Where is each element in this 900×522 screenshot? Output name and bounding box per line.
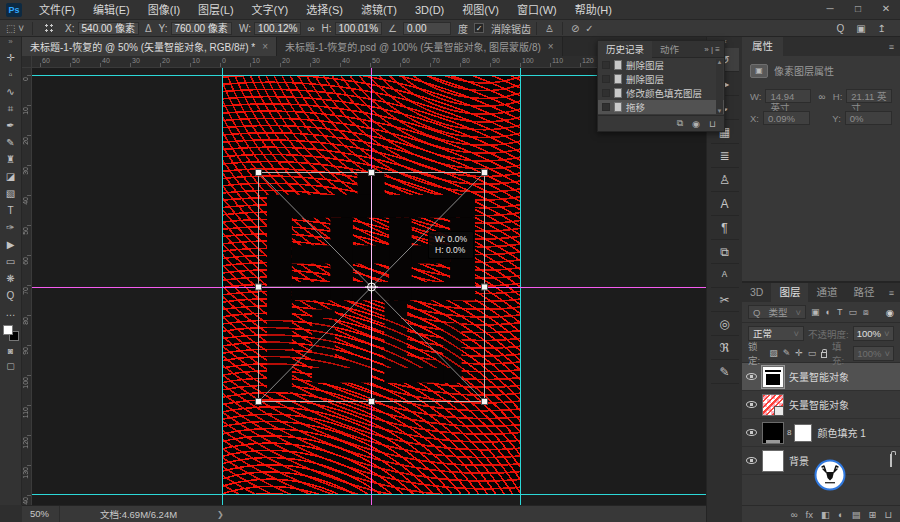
- menu-item[interactable]: 帮助(H): [566, 0, 621, 20]
- shape-tool[interactable]: ▭: [1, 253, 21, 270]
- history-source-checkbox[interactable]: [602, 89, 610, 97]
- path-select-tool[interactable]: ▶: [1, 236, 21, 253]
- gradient-tool[interactable]: ▧: [1, 185, 21, 202]
- crop-tool[interactable]: ⌗: [1, 100, 21, 117]
- toolbar-collapse-icon[interactable]: »: [8, 37, 12, 49]
- clone-stamp-tool[interactable]: ♜: [1, 151, 21, 168]
- brush-tool[interactable]: ✎: [1, 134, 21, 151]
- close-button[interactable]: ✕: [872, 0, 900, 19]
- tool-preset-icon[interactable]: ⬚ ˅: [6, 23, 24, 34]
- status-options-chevron[interactable]: ❯: [187, 510, 224, 519]
- history-state[interactable]: 修改颜色填充图层: [598, 86, 724, 100]
- layer-row[interactable]: 8颜色填充 1: [742, 419, 900, 447]
- menu-item[interactable]: 滤镜(T): [352, 0, 406, 20]
- filter-shape-layers-icon[interactable]: ▭: [848, 307, 857, 318]
- filter-pixel-layers-icon[interactable]: ▣: [811, 307, 820, 318]
- tab-3D[interactable]: 3D: [742, 283, 771, 302]
- reference-point-selector[interactable]: [44, 23, 55, 34]
- commit-transform-button[interactable]: ✓: [585, 23, 593, 34]
- menu-item[interactable]: 编辑(E): [84, 0, 139, 20]
- filter-smart-objects-icon[interactable]: ⧈: [863, 307, 869, 318]
- new-adjustment-layer-icon[interactable]: ◐: [838, 509, 844, 520]
- antialias-checkbox[interactable]: ✓: [474, 23, 484, 33]
- screen-mode-icon[interactable]: ▢: [6, 361, 15, 371]
- free-transform-box[interactable]: [252, 166, 490, 407]
- history-scrollbar[interactable]: ▲▼: [716, 59, 723, 114]
- layer-row[interactable]: 矢量智能对象: [742, 363, 900, 391]
- angle-field[interactable]: 0.00: [403, 22, 451, 35]
- menu-item[interactable]: 文字(Y): [243, 0, 298, 20]
- glyphs-panel-icon[interactable]: ℜ: [711, 336, 739, 360]
- layer-row[interactable]: 矢量智能对象: [742, 391, 900, 419]
- marquee-tool[interactable]: ▫: [1, 66, 21, 83]
- new-snapshot-icon[interactable]: ◉: [692, 119, 700, 129]
- menu-item[interactable]: 选择(S): [297, 0, 352, 20]
- tab-actions[interactable]: 动作: [652, 41, 687, 58]
- menu-item[interactable]: 图层(L): [189, 0, 242, 20]
- layer-visibility-eye-icon[interactable]: [746, 373, 757, 380]
- hand-tool[interactable]: ❋: [1, 270, 21, 287]
- more-tools[interactable]: …: [1, 304, 21, 321]
- prop-x-field[interactable]: 0.09%: [763, 111, 810, 125]
- layer-visibility-eye-icon[interactable]: [746, 429, 757, 436]
- character-styles-panel-icon[interactable]: ᴬ: [711, 264, 739, 288]
- lock-transparency-icon[interactable]: ▨: [769, 348, 778, 358]
- warp-mode-icon[interactable]: ♙: [545, 23, 554, 34]
- tab-close-icon[interactable]: ×: [262, 41, 268, 52]
- move-tool[interactable]: ✛: [1, 49, 21, 66]
- height-field[interactable]: 100.01%: [335, 22, 382, 35]
- search-icon[interactable]: Q: [836, 23, 844, 34]
- measurement-panel-icon[interactable]: ✂: [711, 288, 739, 312]
- prop-link-icon[interactable]: ∞: [815, 91, 829, 102]
- canvas-pasteboard[interactable]: W: 0.0% H: 0.0%: [32, 68, 706, 505]
- character-panel-icon[interactable]: A: [711, 192, 739, 216]
- tab-路径[interactable]: 路径: [845, 283, 882, 302]
- history-source-checkbox[interactable]: [602, 61, 610, 69]
- y-position-field[interactable]: 760.00 像素: [171, 22, 232, 35]
- history-state[interactable]: 删除图层: [598, 58, 724, 72]
- prop-height-field[interactable]: 21.11 英寸: [846, 89, 892, 103]
- menu-item[interactable]: 窗口(W): [508, 0, 566, 20]
- tab-close-icon[interactable]: ×: [548, 41, 554, 52]
- history-state[interactable]: 删除图层: [598, 72, 724, 86]
- tab-properties[interactable]: 属性: [742, 37, 783, 56]
- type-tool[interactable]: T: [1, 202, 21, 219]
- lock-move-icon[interactable]: ✛: [795, 348, 803, 358]
- layer-comps-panel-icon[interactable]: ⧉: [711, 240, 739, 264]
- eraser-tool[interactable]: ◪: [1, 168, 21, 185]
- foreground-color-swatch[interactable]: [3, 325, 13, 335]
- quickmask-icon[interactable]: ◙: [8, 346, 13, 356]
- lock-artboard-icon[interactable]: ▭: [808, 348, 817, 358]
- lock-all-icon[interactable]: [821, 352, 827, 358]
- layer-mask-thumbnail[interactable]: [794, 424, 812, 442]
- layer-thumbnail[interactable]: [762, 366, 784, 388]
- brush-settings-panel-icon[interactable]: ✎: [711, 360, 739, 384]
- document-tab[interactable]: 未标题-1-恢复的 @ 50% (矢量智能对象, RGB/8#) *×: [22, 37, 277, 56]
- filter-type-layers-icon[interactable]: T: [837, 307, 843, 318]
- properties-menu-icon[interactable]: ≡: [889, 42, 900, 52]
- x-position-field[interactable]: 540.00 像素: [78, 22, 139, 35]
- layer-style-icon[interactable]: fx: [806, 509, 813, 520]
- lasso-tool[interactable]: ∿: [1, 83, 21, 100]
- new-document-from-state-icon[interactable]: ⧉: [677, 118, 683, 129]
- zoom-tool[interactable]: Q: [1, 287, 21, 304]
- new-layer-icon[interactable]: ⊞: [869, 509, 877, 520]
- layer-visibility-eye-icon[interactable]: [746, 401, 757, 408]
- prop-width-field[interactable]: 14.94 英寸: [765, 89, 811, 103]
- layer-mask-link-icon[interactable]: 8: [787, 428, 791, 437]
- zoom-level-field[interactable]: 50%: [22, 506, 60, 522]
- layer-thumbnail[interactable]: [762, 450, 784, 472]
- guide-cyan-bottom[interactable]: [32, 494, 706, 495]
- delete-layer-icon[interactable]: ⊔: [885, 509, 892, 520]
- clone-source-panel-icon[interactable]: ♙: [711, 168, 739, 192]
- delete-state-icon[interactable]: ⊔: [709, 119, 716, 129]
- fill-select[interactable]: 100%˅: [853, 346, 894, 361]
- cancel-transform-button[interactable]: ⊘: [571, 23, 579, 34]
- relative-position-icon[interactable]: Δ: [145, 23, 152, 34]
- ruler-vertical[interactable]: 0102030405060708090100110120130140: [22, 68, 32, 505]
- paragraph-panel-icon[interactable]: ¶: [711, 216, 739, 240]
- new-group-icon[interactable]: ▤: [852, 509, 861, 520]
- color-swatch-control[interactable]: [3, 325, 19, 341]
- workspace-switcher-icon[interactable]: ▣: [856, 23, 865, 34]
- panel-menu-icon[interactable]: ≡: [715, 45, 720, 54]
